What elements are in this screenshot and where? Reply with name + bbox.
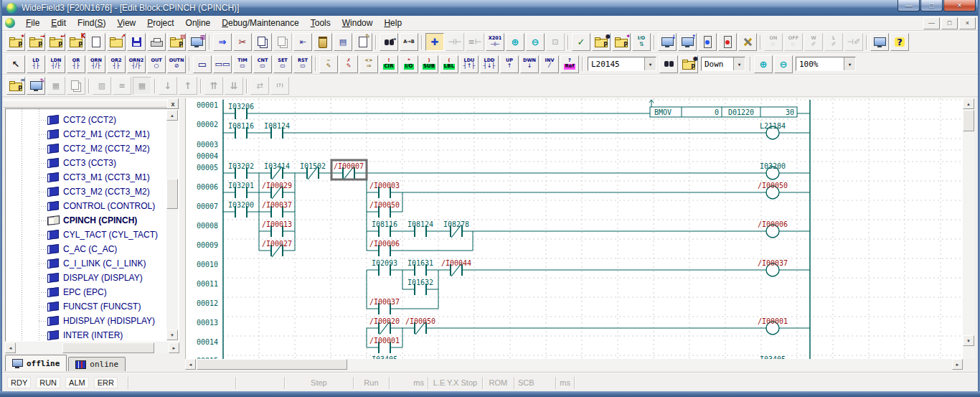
contact-nI00037[interactable]: /I00037 [369,298,400,314]
pc-link-button[interactable] [870,33,889,51]
print-button[interactable] [147,33,166,51]
delete-button[interactable] [314,33,332,51]
device-search-combo[interactable]: L20145▼ [588,57,656,71]
menu-find-s[interactable]: Find(S) [72,17,111,29]
out-button[interactable]: OUT○ [147,55,166,73]
contact-nI00050[interactable]: /I00050 [369,201,400,218]
tree-item-c_i_link[interactable]: C_I_LINK (C_I_LINK) [6,256,167,271]
scroll-up-icon[interactable]: ▲ [963,98,974,109]
sheet-edit-button[interactable]: ✎ [354,33,372,51]
ref-button[interactable]: ?Ref [560,55,579,73]
instruction-stack-button[interactable]: ▭▭ [213,55,232,73]
menu-edit[interactable]: Edit [45,17,72,29]
tree-hscroll-thumb[interactable] [62,342,154,353]
tree-item-hdisplay[interactable]: HDISPLAY (HDISPLAY) [6,314,167,328]
select-mode-button[interactable]: ↖ [6,55,25,73]
line-draw-button[interactable]: −✎ [319,55,338,73]
ladder-hscroll-thumb[interactable] [197,359,347,370]
contact-I02093[interactable]: I02093 [372,259,397,276]
ld-button[interactable]: LD┤├ [27,55,45,73]
contact-nI00001[interactable]: /I00001 [369,337,400,353]
contact-nI00013[interactable]: /I00013 [262,220,292,237]
program-check-button[interactable]: ✓ [572,33,590,51]
zoom-out-button[interactable]: ⊖ [526,33,545,51]
project-transfer-button[interactable]: ▥ [187,33,206,51]
contact-I03202[interactable]: I03202 [228,162,254,179]
maintenance-button[interactable] [738,33,757,51]
project-monitor-button[interactable]: P∞ [6,77,25,95]
contact-nI00029[interactable]: /I00029 [262,182,292,199]
contact-I08124[interactable]: I08124 [264,122,290,139]
tree-item-inter[interactable]: INTER (INTER) [6,328,167,341]
orn-button[interactable]: ORN┤/├ [87,55,105,73]
mdi-close-button[interactable]: × [959,17,976,29]
help-button[interactable]: ? [890,33,909,51]
find-device-in-project-button[interactable]: P● [679,55,698,73]
x201-monitor-button[interactable]: X201⊣⊢ [486,33,504,51]
coil-L21184[interactable]: L21184 [760,122,786,139]
ldd-button[interactable]: LDD┤↓├ [480,55,499,73]
tree-scroll-thumb[interactable] [166,179,178,209]
cnt-button[interactable]: CNT▭ [253,55,272,73]
restore-button[interactable]: □ [920,0,943,11]
ladder-horizontal-scrollbar[interactable]: ◄ ► [185,359,963,370]
device-list-button[interactable]: ▤ [334,33,352,51]
ladder-vertical-scrollbar[interactable]: ▲ ▼ [963,98,974,359]
upload-from-plc-button[interactable]: ↑ [678,33,697,51]
zoom-in-button[interactable]: ⊕ [506,33,524,51]
tree-item-control[interactable]: CONTROL (CONTROL) [6,199,167,213]
scroll-up-icon[interactable]: ▲ [166,110,178,121]
up-button[interactable]: UP↑ [500,55,519,73]
tree-item-funcst[interactable]: FUNCST (FUNCST) [6,299,167,314]
outn-button[interactable]: OUTN⊘ [167,55,186,73]
menu-file[interactable]: File [20,17,45,29]
contact-I03206[interactable]: I03206 [228,103,254,119]
open-file-button[interactable]: ↗ [107,33,126,51]
io-mark-button[interactable]: *I/O [400,55,418,73]
instruction-block-bmov[interactable]: BMOV0D0122030 [650,107,797,117]
tree-horizontal-scrollbar[interactable]: ◄ ► [5,342,179,353]
tree-item-cct3[interactable]: CCT3 (CCT3) [6,156,167,170]
scroll-left-icon[interactable]: ◄ [185,359,196,370]
sidebar-close-button[interactable]: x [167,98,179,109]
tree-item-cct2_m2[interactable]: CCT2_M2 (CCT2_M2) [6,141,167,156]
scroll-down-icon[interactable]: ▼ [166,330,178,340]
coil-I03200[interactable]: I03200 [760,162,786,179]
contact-nI00044[interactable]: /I00044 [441,259,471,276]
ldn-button[interactable]: LDN┤/├ [47,55,65,73]
coil-nI00001[interactable]: /I00001 [758,317,788,335]
or2-button[interactable]: OR2┤├ [107,55,126,73]
tree-item-cct3_m2[interactable]: CCT3_M2 (CCT3_M2) [6,185,167,199]
tree-item-cct3_m1[interactable]: CCT3_M1 (CCT3_M1) [6,170,167,185]
wire-mode-button[interactable]: <>⇒ [359,55,378,73]
ladder-vscroll-thumb[interactable] [963,110,974,131]
line-erase-button[interactable]: ✗✎ [339,55,358,73]
insert-cell-button[interactable]: ⇤ [293,33,312,51]
cut-button[interactable]: ✂ [233,33,252,51]
plc-run-button[interactable] [698,33,717,51]
orn2-button[interactable]: ORN2┤/├ [127,55,146,73]
scroll-right-icon[interactable]: ► [169,342,179,353]
coil-nI00037[interactable]: /I00037 [758,259,788,276]
tree-item-cyl_tact[interactable]: CYL_TACT (CYL_TACT) [6,228,167,242]
ladder-editor[interactable]: 0000100002000030000400005000060000700008… [185,98,963,359]
scroll-right-icon[interactable]: ► [952,359,963,370]
tab-online[interactable]: online [68,357,126,371]
menu-project[interactable]: Project [141,17,179,29]
download-to-plc-button[interactable]: ↓ [658,33,677,51]
contact-nI00050[interactable]: /I00050 [405,317,435,335]
contact-I03201[interactable]: I03201 [228,182,254,198]
contact-I08116[interactable]: I08116 [372,220,397,237]
scroll-left-icon[interactable]: ◄ [5,342,16,353]
minimize-button[interactable]: — [897,0,920,11]
compare-project-button[interactable]: P✦ [612,33,631,51]
close-button[interactable]: × [943,0,976,11]
ldu-button[interactable]: LDU┤↑├ [460,55,479,73]
contact-nI00003[interactable]: /I00003 [369,182,400,198]
rst-button[interactable]: RST▭ [293,55,312,73]
coil-nI00006[interactable]: /I00006 [758,220,788,238]
new-file-button[interactable] [87,33,105,51]
menu-online[interactable]: Online [180,17,217,29]
contact-I01502[interactable]: I01502 [300,162,326,179]
contact-I08116[interactable]: I08116 [228,122,254,139]
